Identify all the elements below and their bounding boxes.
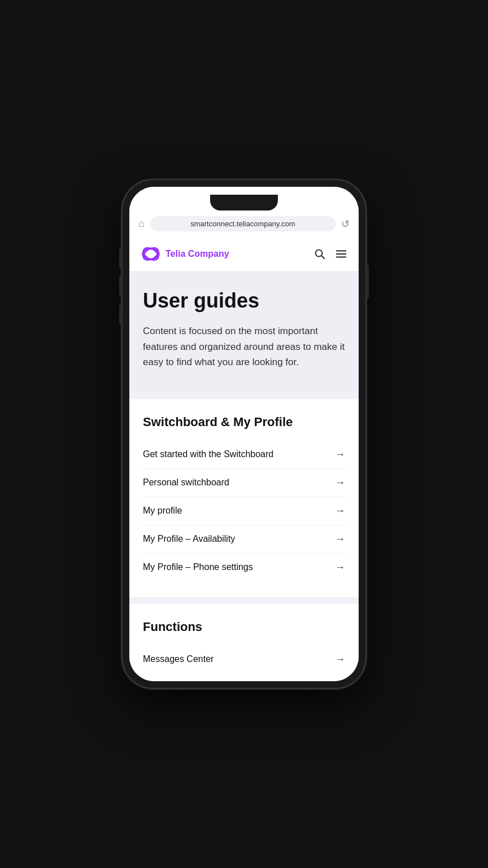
nav-link-label: My Profile – Phone settings: [143, 562, 253, 572]
phone-frame: ⌂ smartconnect.teliacompany.com ↺ Telia …: [123, 180, 365, 688]
nav-link-item[interactable]: Get started with the Switchboard→: [143, 441, 345, 469]
logo-text: Telia Company: [165, 249, 229, 259]
nav-link-item[interactable]: Personal switchboard→: [143, 469, 345, 497]
arrow-icon: →: [335, 533, 345, 545]
browser-url[interactable]: smartconnect.teliacompany.com: [150, 216, 336, 231]
nav-link-label: My Profile – Availability: [143, 534, 235, 544]
site-header: Telia Company: [129, 237, 359, 271]
arrow-icon: →: [335, 562, 345, 573]
search-icon[interactable]: [313, 248, 326, 260]
telia-logo-icon: [141, 244, 161, 264]
nav-link-label: Personal switchboard: [143, 477, 229, 488]
hero-title: User guides: [143, 289, 345, 312]
status-bar: [129, 187, 359, 211]
arrow-icon: →: [335, 477, 345, 489]
refresh-icon[interactable]: ↺: [341, 218, 350, 230]
nav-link-item[interactable]: My Profile – Availability→: [143, 525, 345, 554]
card-functions: FunctionsMessages Center→: [129, 604, 359, 681]
nav-link-item[interactable]: My Profile – Phone settings→: [143, 554, 345, 581]
header-icons: [313, 248, 347, 260]
nav-link-label: My profile: [143, 506, 182, 516]
arrow-icon: →: [335, 654, 345, 665]
notch: [210, 195, 278, 211]
content-scroll[interactable]: User guides Content is focused on the mo…: [129, 271, 359, 681]
menu-icon[interactable]: [335, 248, 347, 260]
card-title-functions: Functions: [143, 620, 345, 634]
svg-line-4: [321, 256, 324, 258]
browser-bar: ⌂ smartconnect.teliacompany.com ↺: [129, 211, 359, 237]
card-switchboard-my-profile: Switchboard & My ProfileGet started with…: [129, 399, 359, 597]
phone-screen: ⌂ smartconnect.teliacompany.com ↺ Telia …: [129, 187, 359, 681]
svg-point-2: [143, 249, 159, 259]
nav-link-label: Messages Center: [143, 654, 213, 664]
hero-section: User guides Content is focused on the mo…: [129, 271, 359, 392]
nav-link-item[interactable]: My profile→: [143, 497, 345, 525]
arrow-icon: →: [335, 449, 345, 461]
svg-point-1: [141, 246, 160, 262]
home-icon[interactable]: ⌂: [138, 218, 145, 230]
card-title-switchboard-my-profile: Switchboard & My Profile: [143, 415, 345, 429]
sections-container: Switchboard & My ProfileGet started with…: [129, 399, 359, 681]
nav-link-item[interactable]: Messages Center→: [143, 646, 345, 673]
logo-area: Telia Company: [141, 244, 229, 264]
hero-description: Content is focused on the most important…: [143, 323, 345, 370]
nav-link-label: Get started with the Switchboard: [143, 449, 273, 459]
arrow-icon: →: [335, 505, 345, 517]
